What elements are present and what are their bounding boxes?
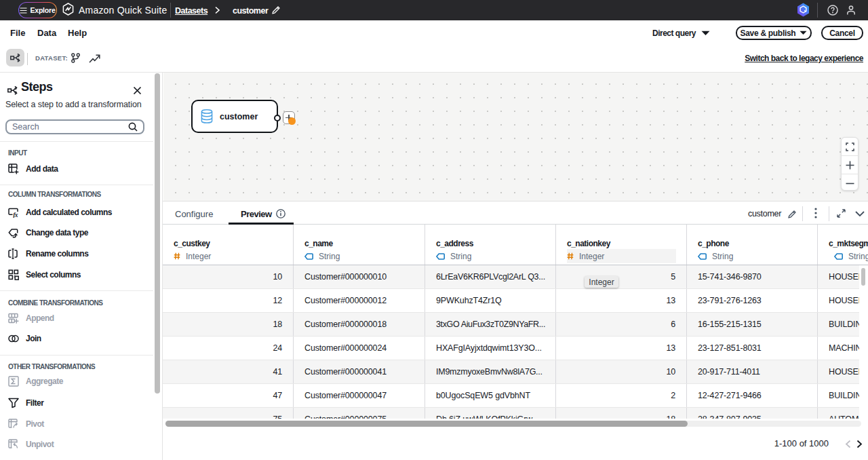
svg-text:fx: fx [13, 212, 18, 218]
